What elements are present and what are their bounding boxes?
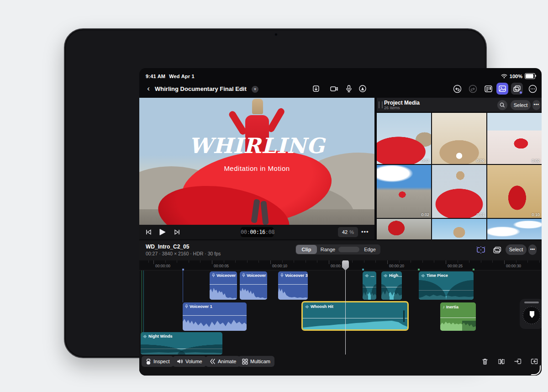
screen: 9:41 AMWed Apr 1 100% ‹ Whirling Documen… (139, 68, 542, 376)
volume-button[interactable]: Volume (173, 356, 206, 367)
front-camera (274, 33, 278, 36)
inspect-button[interactable]: Inspect (142, 356, 174, 367)
animate-label: Animate (218, 359, 236, 364)
timeline-clip-high[interactable]: High… (381, 271, 402, 300)
zoom-value: 42 (342, 229, 348, 235)
segment-range[interactable]: Range (317, 244, 338, 254)
clip-duration: 0:02 (421, 159, 429, 163)
timeline-clip-sfx-small[interactable]: … (363, 271, 376, 300)
ruler-edge-marker (418, 269, 420, 270)
enhance-sparkle-button[interactable] (475, 244, 486, 255)
clip-label: High… (389, 273, 402, 278)
timeline-clip-time-piece[interactable]: Time Piece (419, 271, 474, 300)
project-media-header: Project Media 26 Items Select ••• (377, 98, 542, 112)
timeline-clip-inertia[interactable]: ♪Inertia (440, 302, 476, 331)
clip-label: Voiceover 3 (285, 273, 308, 278)
timecode-main: 00:16 (250, 229, 265, 235)
viewer-more-button[interactable]: ••• (361, 227, 369, 237)
timeline-more-button[interactable]: ••• (528, 244, 537, 255)
transport-bar: 00:00:16:08 42% ••• (139, 225, 374, 239)
clip-duration: 0:09 (476, 159, 485, 163)
browser-more-button[interactable]: ••• (532, 100, 540, 110)
clip-stack-button[interactable] (492, 244, 503, 255)
timecode-hours: 00: (241, 229, 250, 235)
browser-title: Project Media (384, 100, 420, 106)
timeline-section: WD_Intro_C2_05 00:27 · 3840 × 2160 · HDR… (139, 240, 542, 376)
skip-to-start-button[interactable] (143, 227, 154, 238)
insert-clip-button[interactable] (512, 356, 524, 367)
jog-wheel-panel[interactable] (520, 299, 542, 329)
jog-wheel-pointer (530, 311, 534, 318)
skip-to-end-button[interactable] (171, 227, 182, 238)
trim-handle[interactable] (403, 310, 405, 322)
undo-button[interactable] (451, 83, 463, 95)
status-time-date: 9:41 AMWed Apr 1 (146, 74, 198, 79)
microphone-button[interactable] (343, 83, 355, 95)
playhead-line[interactable] (345, 260, 346, 355)
animate-button[interactable]: Animate (206, 356, 240, 367)
ruler-edge-marker (182, 269, 184, 270)
browser-select-button[interactable]: Select (511, 100, 531, 110)
timeline-select-button[interactable]: Select (506, 244, 527, 255)
viewer-subtitle-overlay: Meditation in Motion (139, 164, 374, 172)
clip-label: … (370, 273, 374, 278)
export-button[interactable] (310, 83, 322, 95)
jog-wheel-grab-bar[interactable] (524, 302, 539, 303)
timeline-ruler[interactable]: 00:00:00 00:00:05 00:00:10 00:00:15 00:0… (139, 260, 542, 270)
blade-split-button[interactable] (495, 356, 507, 367)
media-thumbnail[interactable]: 0:10 (487, 165, 542, 218)
timeline-clip-voiceover2[interactable]: Voiceover 2 (210, 271, 237, 300)
media-thumbnail[interactable] (487, 219, 542, 239)
redo-button[interactable] (467, 83, 479, 95)
back-button[interactable]: ‹ (143, 83, 154, 94)
media-thumbnail[interactable]: 0:02 (377, 113, 431, 164)
media-thumbnail[interactable]: 0:02 (487, 113, 542, 164)
segment-clip[interactable]: Clip (296, 245, 317, 254)
panel-drag-handle[interactable] (379, 101, 383, 108)
viewer-title-overlay: WHIRLING (139, 133, 374, 158)
media-thumbnail[interactable]: 0:01 (432, 165, 486, 218)
media-thumbnail[interactable] (377, 219, 431, 239)
effects-browser-button[interactable] (511, 83, 523, 95)
timeline-clip-night-winds[interactable]: Night Winds (141, 332, 222, 355)
more-options-button[interactable] (527, 83, 538, 95)
segment-edge[interactable]: Edge (359, 244, 380, 254)
clip-label: Inertia (446, 305, 458, 309)
play-button[interactable] (157, 227, 168, 238)
multicam-button[interactable]: Multicam (238, 356, 274, 367)
ruler-edge-marker (362, 269, 364, 270)
timecode-display[interactable]: 00:00:16:08 (241, 227, 274, 237)
ruler-label: 00:00:20 (389, 264, 404, 268)
pencil-tool-button[interactable] (357, 83, 369, 95)
timeline-clip-voiceover3[interactable]: Voiceover 3 (278, 271, 308, 300)
media-thumbnail[interactable]: 0:02 (377, 165, 431, 218)
dancer-arm (267, 107, 286, 133)
video-viewer[interactable]: WHIRLING Meditation in Motion (139, 98, 374, 225)
status-date: Wed Apr 1 (169, 74, 195, 79)
volume-label: Volume (185, 359, 202, 364)
delete-button[interactable] (479, 356, 491, 367)
media-thumbnail[interactable]: 0:09 (432, 113, 486, 164)
clip-duration: 0:02 (421, 212, 429, 217)
status-time: 9:41 AM (146, 74, 165, 79)
segment-divider (338, 247, 359, 252)
ruler-label: 00:00:00 (155, 264, 170, 268)
media-thumbnail[interactable] (432, 219, 486, 239)
inspect-label: Inspect (153, 359, 169, 364)
ruler-edge-marker (473, 269, 474, 270)
clip-label: Time Piece (427, 273, 448, 278)
project-title-menu-chevron-icon[interactable]: ▾ (252, 86, 258, 93)
camera-record-button[interactable] (328, 83, 340, 95)
timeline-clip-voiceover2b[interactable]: Voiceover 2 (240, 271, 267, 300)
media-browser-toggle-button[interactable] (496, 83, 508, 95)
project-title: Whirling Documentary Final Edit (155, 85, 247, 92)
timeline-clip-whoosh-hit-selected[interactable]: Whoosh Hit (301, 301, 409, 331)
timeline-clip-voiceover1[interactable]: Voiceover 1 (183, 302, 247, 331)
jog-wheel-dial[interactable] (522, 306, 541, 324)
search-button[interactable] (497, 100, 507, 110)
inspector-toggle-button[interactable] (482, 83, 494, 95)
clip-connection-line (142, 270, 142, 336)
viewer-zoom-control[interactable]: 42% (338, 227, 358, 237)
project-media-panel: Project Media 26 Items Select ••• 0:02 0… (377, 98, 542, 239)
clip-label: Voiceover 1 (190, 304, 212, 309)
